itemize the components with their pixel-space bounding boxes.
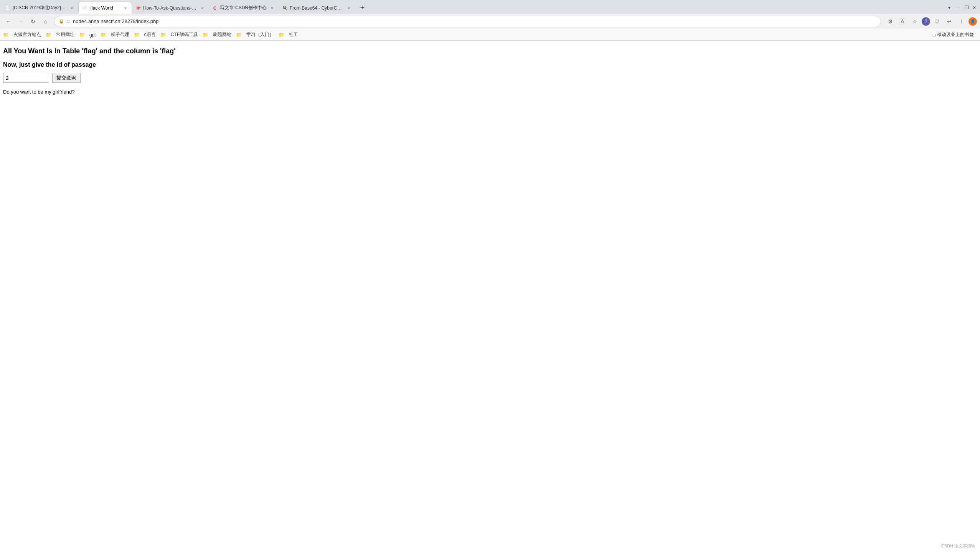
submit-button[interactable]: 提交查询 — [52, 73, 81, 83]
tab-favicon-5: 🍳 — [282, 5, 287, 11]
bookmark-folder-icon-9: 📁 — [279, 32, 284, 38]
tab-cyberchef[interactable]: 🍳 From Base64 - CyberChef × — [279, 2, 355, 14]
mobile-bookmarks: □ 移动设备上的书签 — [930, 30, 977, 39]
bookmark-shuti[interactable]: 刷题网站 — [210, 30, 234, 39]
reload-button[interactable]: ↻ — [28, 16, 38, 27]
tab-title-5: From Base64 - CyberChef — [290, 5, 343, 11]
bookmark-folder-icon-7: 📁 — [203, 32, 208, 38]
tab-title-2: Hack World — [89, 5, 120, 11]
tab-howtoask[interactable]: 🐙 How-To-Ask-Questions-The- × — [132, 2, 209, 14]
avatar-button[interactable]: 👤 — [968, 17, 977, 26]
browser-chrome: 📄 [CISCN 2019华北Day2]Web1 × 📄 Hack World … — [0, 0, 980, 41]
tab-title-1: [CISCN 2019华北Day2]Web1 — [13, 5, 66, 11]
bookmark-shuti-label: 刷题网站 — [213, 31, 231, 38]
tab-favicon-4: C — [212, 5, 218, 11]
bookmark-folder-icon-6: 📁 — [160, 32, 166, 38]
tab-favicon-1: 📄 — [5, 5, 10, 11]
tab-close-3[interactable]: × — [199, 5, 205, 11]
bookmark-c[interactable]: c语言 — [141, 30, 159, 39]
bookmarks-bar: 📁 火狐官方站点 📁 常用网址 📁 gpt 📁 梯子代理 📁 c语言 📁 CTF… — [0, 29, 980, 41]
page-subtitle: Now, just give the id of passage — [3, 61, 977, 68]
home-button[interactable]: ⌂ — [40, 16, 51, 27]
lock-icon: 🔒 — [59, 19, 64, 24]
bookmark-c-label: c语言 — [144, 31, 156, 38]
tab-title-3: How-To-Ask-Questions-The- — [143, 5, 197, 11]
bookmark-shegong[interactable]: 社工 — [286, 30, 301, 39]
shield-icon: 🛡 — [66, 19, 71, 24]
bookmark-folder-icon-4: 📁 — [101, 32, 106, 38]
mobile-bookmark-item[interactable]: □ 移动设备上的书签 — [930, 30, 977, 39]
bookmark-tizi[interactable]: 梯子代理 — [108, 30, 132, 39]
toolbar-right: ⚙ A ☆ ? 🛡 ↩ ↑ 👤 — [885, 16, 977, 27]
undo-button[interactable]: ↩ — [944, 16, 955, 27]
tab-favicon-2: 📄 — [82, 5, 87, 11]
bookmark-gpt[interactable]: gpt — [86, 31, 99, 39]
mobile-bookmark-label: 移动设备上的书签 — [937, 31, 974, 38]
tab-overflow-button[interactable]: ▾ — [945, 3, 954, 12]
bookmark-gpt-label: gpt — [89, 32, 96, 38]
bookmark-changyong[interactable]: 常用网址 — [53, 30, 78, 39]
tab-hackworld[interactable]: 📄 Hack World × — [78, 2, 132, 14]
forward-button[interactable]: → — [15, 16, 26, 27]
bookmark-huhu-label: 火狐官方站点 — [13, 31, 41, 38]
query-form: 提交查询 — [3, 73, 977, 83]
bookmark-ctf[interactable]: CTF解码工具 — [168, 30, 201, 39]
tab-ciscn[interactable]: 📄 [CISCN 2019华北Day2]Web1 × — [2, 2, 78, 14]
restore-button[interactable]: ❐ — [964, 5, 969, 10]
id-input[interactable] — [3, 73, 49, 83]
csdn-watermark: CSDN 论文字清晰 — [941, 543, 975, 549]
bookmark-tizi-label: 梯子代理 — [111, 31, 129, 38]
share-button[interactable]: ↑ — [956, 16, 967, 27]
tab-favicon-3: 🐙 — [135, 5, 141, 11]
bookmark-xuexi-label: 学习（入门） — [246, 31, 274, 38]
bookmark-shegong-label: 社工 — [289, 31, 298, 38]
new-tab-button[interactable]: + — [357, 2, 368, 13]
toolbar: ← → ↻ ⌂ 🔒 🛡 ⚙ A ☆ ? 🛡 ↩ ↑ 👤 — [0, 14, 980, 29]
tab-close-4[interactable]: × — [269, 5, 275, 11]
bookmark-changyong-label: 常用网址 — [56, 31, 74, 38]
extensions-button[interactable]: ⚙ — [885, 16, 896, 27]
tab-csdn[interactable]: C 写文章-CSDN创作中心 × — [209, 2, 279, 14]
bookmark-xuexi[interactable]: 学习（入门） — [243, 30, 277, 39]
bookmark-folder-icon-3: 📁 — [79, 32, 85, 38]
tab-close-2[interactable]: × — [122, 5, 129, 11]
result-text: Do you want to be my girlfriend? — [3, 89, 977, 95]
tab-close-5[interactable]: × — [346, 5, 352, 11]
bookmark-folder-icon-2: 📁 — [46, 32, 51, 38]
bookmark-folder-icon-5: 📁 — [134, 32, 140, 38]
close-window-button[interactable]: ✕ — [972, 5, 977, 10]
page-content: All You Want Is In Table 'flag' and the … — [0, 41, 980, 101]
minimize-button[interactable]: ─ — [956, 5, 962, 10]
window-controls: ▾ ─ ❐ ✕ — [945, 2, 980, 14]
bookmark-star-button[interactable]: ☆ — [909, 16, 920, 27]
address-input[interactable] — [73, 18, 877, 24]
bookmark-ctf-label: CTF解码工具 — [171, 31, 198, 38]
bookmark-huhu[interactable]: 火狐官方站点 — [10, 30, 44, 39]
page-title: All You Want Is In Table 'flag' and the … — [3, 47, 977, 55]
shield-btn[interactable]: 🛡 — [932, 16, 942, 27]
bookmark-folder-icon: 📁 — [3, 32, 9, 38]
question-button[interactable]: ? — [922, 17, 930, 26]
tab-bar: 📄 [CISCN 2019华北Day2]Web1 × 📄 Hack World … — [0, 0, 980, 14]
address-bar-wrapper[interactable]: 🔒 🛡 — [54, 16, 881, 27]
back-button[interactable]: ← — [3, 16, 14, 27]
bookmark-folder-icon-8: 📁 — [236, 32, 242, 38]
tab-title-4: 写文章-CSDN创作中心 — [220, 5, 267, 11]
translate-button[interactable]: A — [897, 16, 908, 27]
tab-close-1[interactable]: × — [69, 5, 75, 11]
